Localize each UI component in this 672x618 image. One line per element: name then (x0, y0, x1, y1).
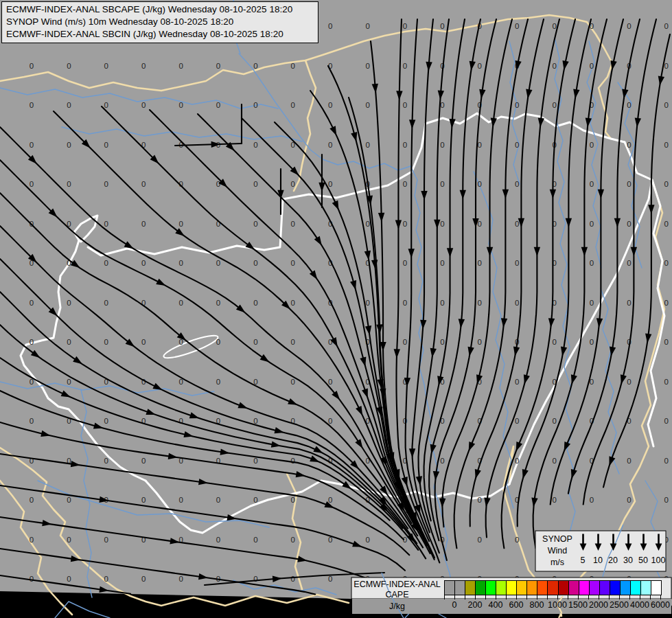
colorbar-tick-label: 6000 (651, 600, 670, 610)
svg-text:0: 0 (30, 299, 34, 307)
wind-legend-unit: m/s (540, 557, 575, 569)
svg-text:0: 0 (328, 378, 332, 386)
colorbar-tick (537, 595, 537, 599)
svg-text:0: 0 (253, 259, 257, 267)
svg-text:0: 0 (403, 62, 407, 70)
svg-text:0: 0 (253, 536, 257, 544)
svg-text:0: 0 (515, 180, 519, 188)
svg-text:0: 0 (590, 338, 594, 346)
colorbar-cell (610, 581, 621, 595)
colorbar-tick (547, 595, 548, 599)
svg-text:0: 0 (552, 101, 556, 109)
weather-map-canvas: 0000000000000000000000000000000000000000… (0, 0, 672, 618)
colorbar-tick (557, 595, 558, 599)
svg-text:0: 0 (478, 180, 482, 188)
svg-text:0: 0 (365, 101, 369, 109)
colorbar-cell (537, 581, 548, 595)
svg-text:0: 0 (365, 141, 369, 149)
svg-text:0: 0 (141, 180, 146, 188)
colorbar-tick (568, 595, 568, 599)
svg-text:0: 0 (104, 338, 108, 346)
colorbar-cell (641, 581, 651, 595)
cape-legend-source: ECMWF-INDEX-ANAL (351, 580, 443, 590)
colorbar-cell (465, 581, 476, 595)
svg-text:0: 0 (30, 62, 34, 70)
svg-text:0: 0 (515, 259, 519, 267)
colorbar-tick (454, 595, 455, 599)
svg-text:0: 0 (30, 575, 34, 583)
svg-text:0: 0 (627, 259, 631, 267)
svg-text:0: 0 (30, 496, 34, 504)
svg-text:0: 0 (291, 378, 295, 386)
svg-text:0: 0 (403, 22, 407, 30)
svg-text:0: 0 (664, 180, 669, 188)
colorbar-cell (507, 581, 517, 595)
svg-text:0: 0 (515, 299, 519, 307)
svg-text:0: 0 (104, 575, 108, 583)
svg-text:0: 0 (328, 338, 332, 346)
down-arrow-icon (621, 533, 636, 552)
svg-text:0: 0 (552, 417, 556, 425)
svg-text:0: 0 (30, 141, 34, 149)
svg-text:0: 0 (216, 496, 220, 504)
svg-text:0: 0 (67, 299, 71, 307)
svg-text:0: 0 (365, 299, 369, 307)
svg-text:0: 0 (440, 299, 444, 307)
colorbar-tick (619, 595, 620, 599)
svg-text:0: 0 (216, 378, 220, 386)
colorbar-cell (548, 581, 558, 595)
svg-text:0: 0 (328, 101, 332, 109)
svg-text:0: 0 (104, 457, 108, 465)
colorbar-tick (578, 595, 579, 599)
svg-text:0: 0 (515, 141, 519, 149)
colorbar-tick-label: 4000 (630, 600, 649, 610)
colorbar-tick-label: 0 (452, 600, 457, 610)
svg-text:0: 0 (30, 536, 34, 544)
svg-text:0: 0 (365, 536, 369, 544)
colorbar-tick (650, 595, 651, 599)
svg-text:0: 0 (328, 575, 332, 583)
colorbar-cell (517, 581, 527, 595)
wind-speed-label: 10 (590, 556, 605, 565)
colorbar-tick (609, 595, 610, 599)
down-arrow-icon (651, 533, 666, 552)
svg-text:0: 0 (216, 62, 220, 70)
svg-text:0: 0 (253, 141, 257, 149)
colorbar-tick (475, 595, 476, 599)
svg-text:0: 0 (67, 496, 71, 504)
wind-speed-label: 50 (636, 556, 651, 565)
svg-text:0: 0 (104, 417, 108, 425)
svg-text:0: 0 (67, 62, 71, 70)
svg-text:0: 0 (515, 536, 519, 544)
svg-text:0: 0 (141, 220, 146, 228)
svg-text:0: 0 (216, 259, 220, 267)
colorbar-tick (640, 595, 640, 599)
svg-text:0: 0 (664, 338, 669, 346)
svg-text:0: 0 (291, 457, 295, 465)
svg-text:0: 0 (664, 220, 669, 228)
colorbar-cell (527, 581, 537, 595)
svg-text:0: 0 (403, 141, 407, 149)
svg-text:0: 0 (291, 220, 295, 228)
svg-text:0: 0 (627, 22, 631, 30)
colorbar-cell (455, 581, 465, 595)
colorbar-cell (590, 581, 600, 595)
svg-text:0: 0 (141, 496, 146, 504)
colorbar-tick-label: 1500 (568, 600, 588, 610)
svg-text:0: 0 (67, 378, 71, 386)
svg-text:0: 0 (141, 338, 146, 346)
svg-text:0: 0 (104, 259, 108, 267)
cape-legend-unit: J/kg (351, 602, 443, 611)
svg-text:0: 0 (664, 417, 669, 425)
svg-text:0: 0 (627, 220, 631, 228)
svg-text:0: 0 (104, 299, 108, 307)
svg-text:0: 0 (403, 259, 407, 267)
svg-text:0: 0 (67, 101, 71, 109)
svg-text:0: 0 (478, 536, 482, 544)
svg-text:0: 0 (178, 220, 183, 228)
colorbar-cell (631, 581, 641, 595)
svg-text:0: 0 (664, 496, 669, 504)
colorbar-cell (486, 581, 496, 595)
colorbar-tick (588, 595, 589, 599)
svg-text:0: 0 (590, 180, 594, 188)
